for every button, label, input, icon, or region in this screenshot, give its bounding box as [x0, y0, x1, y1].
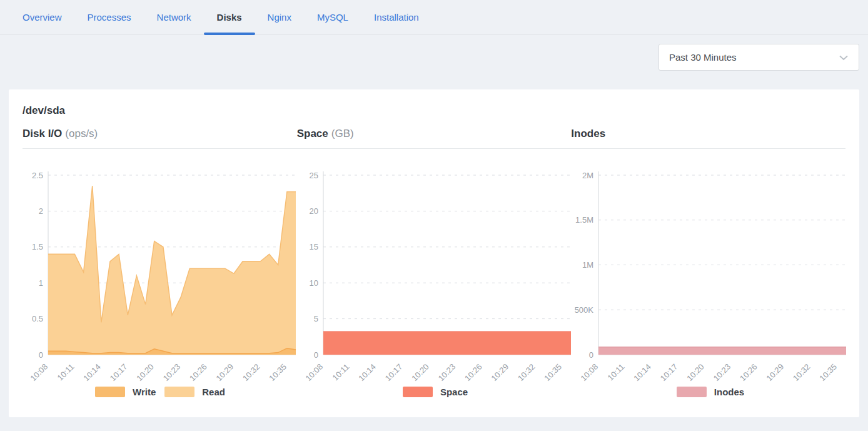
disk-card: /dev/sda Disk I/O(ops/s) Space(GB) Inode…	[9, 89, 859, 417]
chart-inodes: 2M1.5M1M500K010:0810:1110:1410:1710:2010…	[573, 166, 848, 397]
svg-text:10:11: 10:11	[331, 362, 351, 383]
legend-label: Write	[133, 387, 156, 397]
legend-item-inodes[interactable]: Inodes	[677, 387, 744, 397]
tab-nginx[interactable]: Nginx	[268, 0, 291, 34]
svg-text:10:26: 10:26	[188, 362, 209, 383]
svg-text:2M: 2M	[582, 171, 593, 180]
legend-space: Space	[298, 387, 573, 397]
svg-text:1.5: 1.5	[32, 242, 43, 251]
svg-text:10:20: 10:20	[685, 362, 706, 383]
svg-text:10:14: 10:14	[81, 362, 103, 383]
svg-text:10:20: 10:20	[410, 362, 431, 383]
chart-plot-inodes: 2M1.5M1M500K010:0810:1110:1410:1710:2010…	[573, 166, 848, 384]
tab-processes[interactable]: Processes	[88, 0, 131, 34]
svg-text:10:08: 10:08	[29, 362, 50, 383]
svg-text:25: 25	[310, 171, 318, 180]
svg-text:10:11: 10:11	[606, 362, 627, 383]
chart-title-text: Disk I/O	[23, 128, 62, 139]
svg-text:10:14: 10:14	[632, 362, 653, 383]
legend-swatch	[677, 387, 707, 397]
svg-text:10:29: 10:29	[490, 362, 511, 383]
svg-text:1.5M: 1.5M	[575, 215, 593, 225]
svg-text:0.5: 0.5	[32, 314, 43, 323]
chart-title-space: Space(GB)	[297, 126, 572, 142]
chart-plot-disk-i-o: 2.521.510.5010:0810:1110:1410:1710:2010:…	[23, 166, 298, 384]
tab-mysql[interactable]: MySQL	[317, 0, 348, 34]
svg-text:10:26: 10:26	[463, 362, 484, 383]
legend-label: Inodes	[714, 387, 744, 397]
svg-text:10:35: 10:35	[542, 362, 563, 383]
svg-text:10:17: 10:17	[108, 362, 129, 383]
svg-text:10: 10	[310, 278, 318, 288]
chart-title-inodes: Inodes	[571, 126, 845, 142]
chart-titles-row: Disk I/O(ops/s) Space(GB) Inodes	[23, 126, 845, 142]
time-range-select[interactable]: Past 30 Minutes	[659, 44, 859, 71]
svg-text:20: 20	[310, 206, 318, 216]
svg-text:0: 0	[589, 350, 593, 360]
svg-text:5: 5	[314, 314, 318, 323]
legend-swatch	[95, 387, 125, 397]
svg-text:15: 15	[310, 242, 318, 251]
svg-text:10:23: 10:23	[161, 362, 183, 383]
tab-network[interactable]: Network	[157, 0, 191, 34]
svg-text:500K: 500K	[575, 305, 594, 315]
legend-label: Space	[440, 387, 468, 397]
chart-title-disk-io: Disk I/O(ops/s)	[23, 126, 297, 142]
svg-text:10:29: 10:29	[765, 362, 786, 383]
disk-name: /dev/sda	[23, 104, 845, 117]
svg-text:10:20: 10:20	[134, 362, 156, 383]
svg-text:10:23: 10:23	[437, 362, 458, 383]
svg-text:10:32: 10:32	[241, 362, 262, 383]
svg-text:10:32: 10:32	[791, 362, 812, 383]
svg-text:10:17: 10:17	[383, 362, 405, 383]
svg-text:10:08: 10:08	[579, 362, 600, 383]
tab-overview[interactable]: Overview	[23, 0, 62, 34]
svg-text:10:29: 10:29	[214, 362, 236, 383]
legend-disk-i-o: WriteRead	[23, 387, 298, 397]
svg-text:2.5: 2.5	[32, 171, 43, 180]
legend-item-write[interactable]: Write	[95, 387, 156, 397]
svg-text:10:14: 10:14	[356, 362, 378, 383]
time-range-value: Past 30 Minutes	[669, 52, 737, 63]
svg-text:10:35: 10:35	[817, 362, 839, 383]
svg-text:10:17: 10:17	[659, 362, 680, 383]
svg-text:0: 0	[314, 350, 318, 360]
controls-row: Past 30 Minutes	[0, 35, 868, 89]
svg-text:10:08: 10:08	[304, 362, 325, 383]
charts-row: 2.521.510.5010:0810:1110:1410:1710:2010:…	[23, 166, 845, 397]
tab-bar: OverviewProcessesNetworkDisksNginxMySQLI…	[0, 0, 868, 35]
chart-plot-space: 252015105010:0810:1110:1410:1710:2010:23…	[298, 166, 573, 384]
svg-text:10:35: 10:35	[267, 362, 288, 383]
legend-label: Read	[202, 387, 225, 397]
chevron-down-icon	[839, 53, 849, 63]
tab-installation[interactable]: Installation	[374, 0, 419, 34]
legend-item-read[interactable]: Read	[164, 387, 225, 397]
chart-disk-i-o: 2.521.510.5010:0810:1110:1410:1710:2010:…	[23, 166, 298, 397]
svg-text:10:11: 10:11	[56, 362, 76, 383]
chart-title-text: Inodes	[571, 128, 605, 139]
titles-divider	[23, 148, 845, 149]
svg-text:10:26: 10:26	[738, 362, 759, 383]
svg-text:1M: 1M	[582, 260, 593, 270]
svg-text:10:32: 10:32	[516, 362, 537, 383]
chart-space: 252015105010:0810:1110:1410:1710:2010:23…	[298, 166, 573, 397]
legend-swatch	[164, 387, 194, 397]
svg-text:0: 0	[39, 350, 43, 360]
chart-unit-text: (GB)	[331, 128, 354, 139]
svg-text:1: 1	[39, 278, 43, 288]
chart-title-text: Space	[297, 128, 328, 139]
svg-text:10:23: 10:23	[712, 362, 733, 383]
legend-item-space[interactable]: Space	[403, 387, 468, 397]
svg-text:2: 2	[39, 206, 43, 216]
tab-disks[interactable]: Disks	[217, 0, 242, 34]
legend-swatch	[403, 387, 433, 397]
chart-unit-text: (ops/s)	[65, 128, 98, 139]
legend-inodes: Inodes	[573, 387, 848, 397]
